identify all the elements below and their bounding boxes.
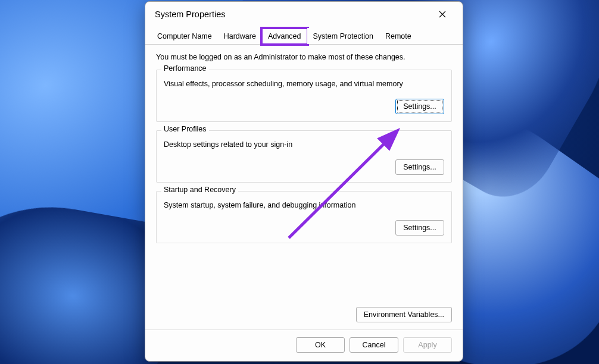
group-user-profiles: User Profiles Desktop settings related t… — [156, 130, 452, 183]
group-performance-desc: Visual effects, processor scheduling, me… — [164, 80, 444, 88]
tab-content-advanced: You must be logged on as an Administrato… — [145, 45, 463, 305]
close-button[interactable] — [432, 7, 453, 22]
performance-settings-button[interactable]: Settings... — [395, 99, 444, 114]
user-profiles-settings-button[interactable]: Settings... — [395, 159, 444, 175]
tab-hardware[interactable]: Hardware — [218, 28, 262, 44]
environment-variables-button[interactable]: Environment Variables... — [356, 307, 452, 322]
tab-strip: Computer Name Hardware Advanced System P… — [145, 26, 463, 45]
startup-settings-button[interactable]: Settings... — [395, 220, 444, 236]
tab-advanced[interactable]: Advanced — [262, 28, 307, 45]
dialog-footer: OK Cancel Apply — [145, 330, 463, 361]
tab-advanced-label: Advanced — [268, 32, 301, 40]
group-startup-desc: System startup, system failure, and debu… — [164, 201, 444, 209]
group-performance: Performance Visual effects, processor sc… — [156, 70, 452, 122]
group-startup-recovery: Startup and Recovery System startup, sys… — [156, 191, 452, 243]
cancel-button[interactable]: Cancel — [350, 337, 398, 353]
titlebar: System Properties — [145, 2, 463, 26]
group-startup-legend: Startup and Recovery — [161, 186, 238, 194]
dialog-title: System Properties — [155, 10, 225, 19]
group-user-profiles-legend: User Profiles — [161, 125, 209, 133]
close-icon — [439, 11, 446, 18]
tab-remote[interactable]: Remote — [379, 28, 417, 44]
ok-button[interactable]: OK — [296, 337, 345, 353]
tab-computer-name[interactable]: Computer Name — [151, 28, 218, 44]
apply-button[interactable]: Apply — [403, 337, 452, 353]
group-user-profiles-desc: Desktop settings related to your sign-in — [164, 140, 444, 149]
group-performance-legend: Performance — [161, 64, 209, 73]
admin-notice: You must be logged on as an Administrato… — [156, 53, 452, 61]
tab-system-protection[interactable]: System Protection — [307, 28, 379, 44]
system-properties-dialog: System Properties Computer Name Hardware… — [145, 1, 463, 362]
